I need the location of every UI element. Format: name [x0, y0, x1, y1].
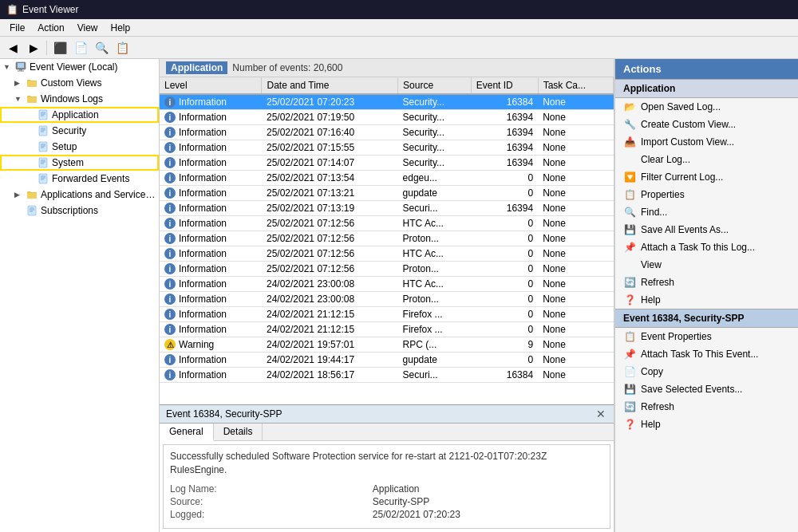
event-action-item-4[interactable]: 🔄Refresh: [615, 398, 798, 416]
svg-rect-1: [18, 63, 24, 68]
detail-tab-general[interactable]: General: [160, 424, 214, 441]
tree-item-appservices[interactable]: ▶Applications and Services Lo...: [0, 187, 159, 203]
menu-item-view[interactable]: View: [71, 21, 105, 35]
toolbar-btn-5[interactable]: 🔍: [92, 39, 111, 57]
table-row[interactable]: iInformation24/02/2021 21:12:15Firefox .…: [160, 322, 614, 337]
col-header-2[interactable]: Source: [398, 77, 472, 94]
events-table[interactable]: LevelDate and TimeSourceEvent IDTask Ca.…: [160, 77, 614, 404]
event-source: gupdate: [398, 186, 472, 201]
tree-item-winlogs[interactable]: ▼Windows Logs: [0, 91, 159, 107]
menu-item-action[interactable]: Action: [31, 21, 70, 35]
event-action-item-0[interactable]: 📋Event Properties: [615, 328, 798, 345]
event-level: Information: [179, 218, 227, 229]
event-id: 16394: [471, 110, 538, 125]
action-item-view[interactable]: View: [615, 256, 798, 274]
action-item-import-custom-view[interactable]: 📥Import Custom View...: [615, 133, 798, 151]
col-header-4[interactable]: Task Ca...: [538, 77, 613, 94]
event-level: Information: [179, 324, 227, 335]
table-row[interactable]: iInformation25/02/2021 07:19:50Security.…: [160, 110, 614, 125]
detail-meta: Log Name: Application Source: Security-S…: [170, 483, 603, 520]
table-row[interactable]: iInformation25/02/2021 07:16:40Security.…: [160, 125, 614, 140]
event-taskcat: None: [538, 140, 613, 156]
event-action-item-2[interactable]: 📄Copy: [615, 363, 798, 380]
action-item-properties[interactable]: 📋Properties: [615, 186, 798, 203]
tree-item-setup[interactable]: Setup: [0, 139, 159, 155]
action-item-help[interactable]: ❓Help: [615, 291, 798, 309]
event-level: Information: [179, 97, 227, 108]
toolbar-forward[interactable]: ▶: [24, 39, 43, 57]
action-item-save-all-events-as[interactable]: 💾Save All Events As...: [615, 221, 798, 238]
tree-item-security[interactable]: Security: [0, 123, 159, 139]
table-row[interactable]: ⚠Warning24/02/2021 19:57:01RPC (...9None: [160, 337, 614, 353]
tree-item-system[interactable]: System: [0, 155, 159, 171]
table-row[interactable]: iInformation24/02/2021 19:44:17gupdate0N…: [160, 353, 614, 368]
event-action-label-5: Help: [641, 419, 661, 430]
action-item-find[interactable]: 🔍Find...: [615, 203, 798, 221]
action-item-open-saved-log[interactable]: 📂Open Saved Log...: [615, 98, 798, 116]
main-layout: ▼Event Viewer (Local)▶Custom Views▼Windo…: [0, 59, 798, 532]
tree-icon-custom: [26, 77, 38, 89]
action-icon-7: 💾: [623, 223, 636, 236]
detail-tab-details[interactable]: Details: [214, 424, 263, 440]
action-item-clear-log[interactable]: Clear Log...: [615, 151, 798, 168]
toolbar-btn-4[interactable]: 📄: [71, 39, 90, 57]
info-icon: i: [164, 233, 176, 244]
table-row[interactable]: iInformation25/02/2021 07:12:56Proton...…: [160, 262, 614, 277]
tree-label-appservices: Applications and Services Lo...: [41, 189, 156, 200]
action-item-filter-current-log[interactable]: 🔽Filter Current Log...: [615, 168, 798, 186]
table-row[interactable]: iInformation25/02/2021 07:13:19Securi...…: [160, 201, 614, 216]
table-row[interactable]: iInformation25/02/2021 07:15:55Security.…: [160, 140, 614, 156]
tree-icon-application: [37, 108, 49, 121]
event-date: 25/02/2021 07:16:40: [262, 125, 398, 140]
tree-item-subscriptions[interactable]: Subscriptions: [0, 203, 159, 219]
col-header-1[interactable]: Date and Time: [262, 77, 398, 94]
event-date: 25/02/2021 07:13:54: [262, 171, 398, 186]
event-action-item-1[interactable]: 📌Attach Task To This Event...: [615, 345, 798, 363]
tree-item-custom[interactable]: ▶Custom Views: [0, 75, 159, 91]
event-action-item-3[interactable]: 💾Save Selected Events...: [615, 380, 798, 398]
table-row[interactable]: iInformation25/02/2021 07:12:56HTC Ac...…: [160, 246, 614, 262]
table-row[interactable]: iInformation25/02/2021 07:20:23Security.…: [160, 94, 614, 110]
table-row[interactable]: iInformation25/02/2021 07:13:21gupdate0N…: [160, 186, 614, 201]
event-action-item-5[interactable]: ❓Help: [615, 416, 798, 433]
event-id: 0: [471, 246, 538, 262]
toolbar-btn-6[interactable]: 📋: [113, 39, 132, 57]
table-row[interactable]: iInformation25/02/2021 07:13:54edgeu...0…: [160, 171, 614, 186]
menu-item-help[interactable]: Help: [105, 21, 137, 35]
event-date: 24/02/2021 21:12:15: [262, 322, 398, 337]
event-date: 24/02/2021 23:00:08: [262, 292, 398, 307]
table-row[interactable]: iInformation25/02/2021 07:12:56HTC Ac...…: [160, 216, 614, 231]
table-row[interactable]: iInformation24/02/2021 21:12:15Firefox .…: [160, 307, 614, 322]
col-header-0[interactable]: Level: [160, 77, 262, 94]
tree-item-forwardedevents[interactable]: Forwarded Events: [0, 171, 159, 187]
tree-item-root[interactable]: ▼Event Viewer (Local): [0, 59, 159, 75]
event-source: RPC (...: [398, 337, 472, 353]
event-level: Information: [179, 157, 227, 168]
action-item-attach-a-task-to-this-log[interactable]: 📌Attach a Task To this Log...: [615, 238, 798, 256]
action-label-2: Import Custom View...: [641, 136, 734, 148]
action-label-11: Help: [641, 294, 661, 305]
event-id: 0: [471, 216, 538, 231]
table-row[interactable]: iInformation25/02/2021 07:12:56Proton...…: [160, 231, 614, 246]
tree-icon-system: [37, 156, 49, 169]
action-item-create-custom-view[interactable]: 🔧Create Custom View...: [615, 116, 798, 133]
tree-label-forwardedevents: Forwarded Events: [52, 173, 129, 184]
table-row[interactable]: iInformation24/02/2021 23:00:08Proton...…: [160, 292, 614, 307]
tree-item-application[interactable]: Application: [0, 107, 159, 123]
warning-icon: ⚠: [164, 339, 176, 350]
table-row[interactable]: iInformation25/02/2021 07:14:07Security.…: [160, 156, 614, 171]
event-source: HTC Ac...: [398, 246, 472, 262]
toolbar-back[interactable]: ◀: [3, 39, 22, 57]
table-row[interactable]: iInformation24/02/2021 23:00:08HTC Ac...…: [160, 277, 614, 292]
table-row[interactable]: iInformation24/02/2021 18:56:17Securi...…: [160, 368, 614, 383]
event-id: 0: [471, 353, 538, 368]
source-label: Source:: [170, 496, 360, 507]
col-header-3[interactable]: Event ID: [471, 77, 538, 94]
action-label-6: Find...: [641, 207, 667, 218]
info-icon: i: [164, 172, 176, 183]
menu-item-file[interactable]: File: [3, 21, 31, 35]
detail-close-button[interactable]: ✕: [595, 408, 607, 420]
toolbar-btn-3[interactable]: ⬛: [50, 39, 69, 57]
event-id: 16394: [471, 125, 538, 140]
action-item-refresh[interactable]: 🔄Refresh: [615, 274, 798, 291]
